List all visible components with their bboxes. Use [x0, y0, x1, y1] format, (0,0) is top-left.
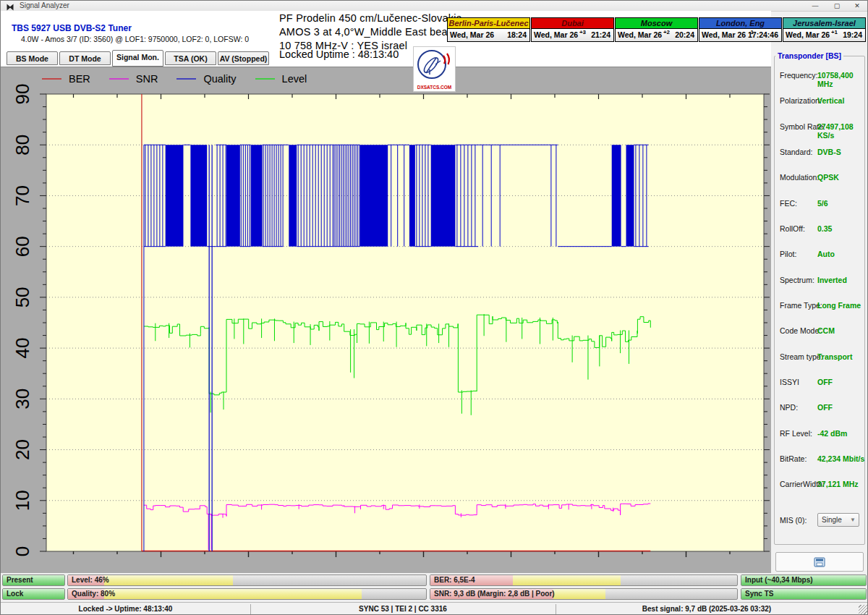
transponder-panel: Transponder [BS] Frequency:10758,400 MHz… — [771, 46, 868, 572]
logo-text: DXSATCS.COM — [414, 85, 455, 90]
svg-text:40: 40 — [12, 338, 33, 359]
bitrate-label: BitRate: — [780, 454, 807, 463]
resize-grip[interactable] — [859, 605, 868, 614]
satellite-dish-logo-graphic — [414, 47, 454, 82]
clock-moscow: Moscow Wed, Mar 26 +2 20:24 — [615, 17, 698, 42]
clock-jerusalem: Jerusalem-Israel Wed, Mar 26 +1 19:24 — [783, 17, 866, 42]
site-line-1: PF Prodelin 450 cm/Lučenec-Slovakia — [279, 12, 462, 25]
rolloff-value: 0.35 — [817, 224, 832, 233]
snr-label: SNR: 9,3 dB (Margin: 2,8 dB | Poor) — [434, 590, 555, 598]
standard-label: Standard: — [780, 148, 813, 156]
ber-line-swatch — [42, 78, 61, 80]
window-title: Signal Analyzer — [20, 1, 69, 9]
clock-moscow-time-row: Wed, Mar 26 +2 20:24 — [616, 29, 697, 41]
quality-label: Quality: 80% — [72, 590, 115, 598]
clock-moscow-clock: 20:24 — [675, 30, 694, 39]
stream-type-label: Stream type: — [780, 352, 823, 361]
level-legend-label: Level — [282, 73, 307, 85]
svg-text:90: 90 — [12, 84, 33, 105]
rolloff-label: RollOff: — [780, 224, 805, 233]
clock-berlin-time-row: Wed, Mar 26 18:24 — [448, 29, 529, 41]
clock-berlin-label: Berlin-Paris-Lučenec — [448, 19, 528, 27]
clock-dubai-time-row: Wed, Mar 26 +3 21:24 — [532, 29, 613, 41]
standard-value: DVB-S — [817, 148, 841, 156]
tab-bs-mode[interactable]: BS Mode — [7, 51, 58, 65]
mis-dropdown[interactable]: Single▼ — [817, 513, 859, 527]
clock-jerusalem-date: Wed, Mar 26 — [786, 30, 830, 39]
rf-level-value: -42 dBm — [817, 429, 847, 438]
lock-label: Lock — [7, 590, 23, 598]
snr-legend-label: SNR — [136, 73, 158, 85]
statusbar-sync-counters: SYNC 53 | TEI 2 | CC 3316 — [250, 603, 556, 615]
clock-dubai-offset: +3 — [579, 29, 586, 35]
legend-item-snr: SNR — [109, 73, 158, 85]
chart-legend: BER SNR Quality Level — [42, 71, 307, 87]
svg-text:30: 30 — [12, 389, 33, 410]
quality-line-swatch — [176, 78, 196, 80]
save-button[interactable] — [775, 552, 864, 572]
code-mode-label: Code Mode: — [780, 326, 821, 335]
svg-text:10: 10 — [12, 490, 33, 511]
svg-text:60: 60 — [12, 236, 33, 257]
tab-dt-mode[interactable]: DT Mode — [59, 51, 111, 65]
clock-moscow-label: Moscow — [641, 19, 672, 27]
close-button[interactable]: ✕ — [847, 1, 867, 11]
save-icon — [814, 557, 825, 567]
clock-moscow-offset: +2 — [663, 29, 670, 35]
status-bar: Locked -> Uptime: 48:13:40 SYNC 53 | TEI… — [1, 602, 868, 615]
npd-label: NPD: — [780, 403, 798, 412]
svg-text:70: 70 — [12, 185, 33, 206]
code-mode-value: CCM — [817, 326, 835, 335]
bitrate-value: 42,234 Mbit/s — [817, 454, 864, 463]
lock-indicator: Lock — [2, 588, 65, 600]
locked-uptime: Locked Uptime : 48:13:40 — [279, 48, 399, 60]
spectrum-value: Inverted — [817, 276, 847, 284]
transponder-title: Transponder [BS] — [775, 51, 843, 60]
clock-berlin: Berlin-Paris-Lučenec Wed, Mar 26 18:24 — [447, 17, 530, 42]
polarization-label: Polarization: — [780, 96, 822, 105]
sync-ts-indicator: Sync TS — [741, 588, 867, 600]
clock-berlin-clock: 18:24 — [507, 30, 527, 39]
site-line-2: AMOS 3 at 4,0°W_Middle East beam — [279, 25, 462, 39]
clock-jerusalem-time-row: Wed, Mar 26 +1 19:24 — [783, 29, 865, 41]
clock-moscow-name: Moscow — [616, 18, 697, 29]
legend-item-ber: BER — [42, 73, 90, 85]
maximize-button[interactable]: ▢ — [827, 1, 847, 11]
mis-value: Single — [822, 516, 842, 524]
app-icon — [6, 1, 14, 10]
ber-legend-label: BER — [69, 73, 90, 85]
tab-av[interactable]: AV (Stopped) — [218, 51, 269, 65]
rf-level-label: RF Level: — [780, 429, 812, 438]
clock-dubai-label: Dubai — [561, 19, 584, 27]
stream-type-value: Transport — [817, 352, 852, 361]
clock-london-date: Wed, Mar 26 — [702, 30, 746, 39]
present-indicator: Present — [2, 574, 65, 586]
sync-ts-label: Sync TS — [745, 590, 773, 598]
quality-legend-label: Quality — [203, 73, 236, 85]
level-line-swatch — [255, 78, 275, 80]
clock-london-clock: 17:24:46 — [748, 30, 778, 39]
input-indicator: Input (~40,34 Mbps) — [741, 574, 867, 586]
chart-panel: 9080706050403020100 BER SNR Quality Leve… — [1, 67, 771, 573]
signal-chart: 9080706050403020100 — [1, 67, 771, 573]
tuner-info: 4.0W - Amos 3/7 (ID: 3560) @ LOF1: 97500… — [21, 35, 249, 43]
clock-london-label: London, Eng — [716, 19, 765, 27]
svg-text:80: 80 — [12, 135, 33, 156]
clock-dubai: Dubai Wed, Mar 26 +3 21:24 — [531, 17, 614, 42]
statusbar-uptime: Locked -> Uptime: 48:13:40 — [1, 603, 250, 615]
carrier-width-value: 37,121 MHz — [817, 480, 859, 488]
snr-line-swatch — [109, 78, 129, 80]
issyi-value: OFF — [817, 378, 833, 386]
fec-label: FEC: — [780, 199, 797, 208]
symbol-rate-value: 27497,108 KS/s — [817, 122, 868, 140]
clock-london-name: London, Eng — [699, 18, 781, 29]
clock-dubai-name: Dubai — [532, 18, 613, 29]
mis-label: MIS (0): — [780, 516, 807, 525]
minimize-button[interactable]: — — [805, 1, 825, 11]
tab-tsa[interactable]: TSA (OK) — [165, 51, 216, 65]
clock-berlin-date: Wed, Mar 26 — [450, 30, 494, 39]
clock-london: London, Eng Wed, Mar 26 -1 17:24:46 — [699, 17, 782, 42]
tab-signal-mon[interactable]: Signal Mon. — [112, 50, 163, 67]
frequency-label: Frequency: — [780, 71, 818, 80]
npd-value: OFF — [817, 403, 833, 412]
